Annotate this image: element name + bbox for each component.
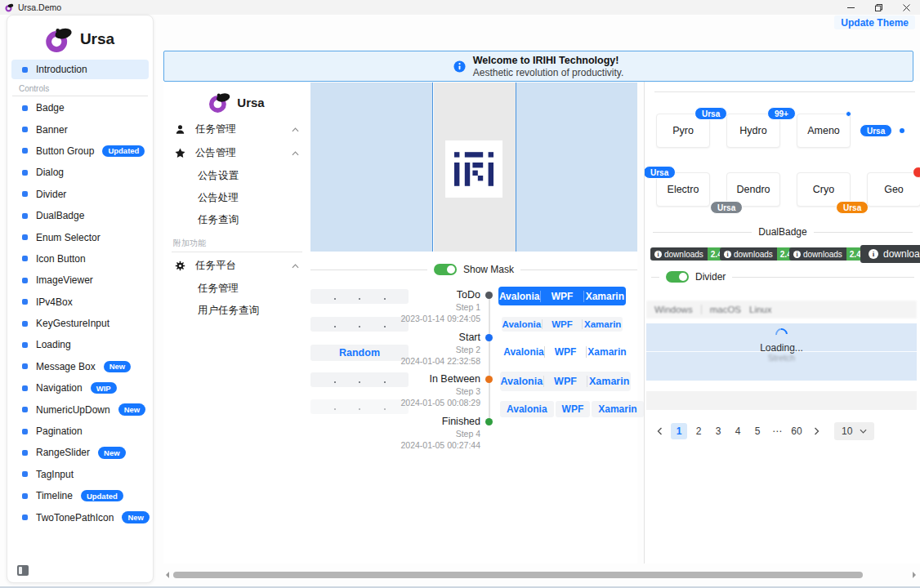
pagination-ellipsis[interactable]: ⋯ xyxy=(769,423,785,439)
close-button[interactable] xyxy=(892,0,920,15)
scrollbar-left-arrow[interactable] xyxy=(166,572,169,578)
show-mask-toggle[interactable] xyxy=(434,264,457,275)
xamarin-button[interactable]: Xamarin xyxy=(592,401,643,417)
sidebar-collapse-icon[interactable] xyxy=(17,565,29,576)
menu-group-task-management[interactable]: 任务管理 xyxy=(163,118,310,141)
pagination-prev-icon[interactable] xyxy=(651,423,668,439)
sidebar-item-enum-selector[interactable]: Enum Selector xyxy=(7,226,153,247)
dualbadge-downloads: idownloads 2.4k xyxy=(650,247,730,261)
sidebar-item-loading[interactable]: Loading xyxy=(7,334,153,355)
menu-group-task-platform[interactable]: 任务平台 xyxy=(163,254,310,278)
sidebar-item-divider[interactable]: Divider xyxy=(7,184,153,205)
pagination-page-5[interactable]: 5 xyxy=(749,423,766,439)
sidebar-item-timeline[interactable]: TimelineUpdated xyxy=(7,485,153,506)
avalonia-button[interactable]: Avalonia xyxy=(500,401,554,417)
xamarin-button[interactable]: Xamarin xyxy=(586,346,627,358)
menu-item-task-management[interactable]: 任务管理 xyxy=(163,278,310,300)
sidebar-item-icon-button[interactable]: Icon Button xyxy=(7,248,153,270)
image-viewer[interactable] xyxy=(310,82,637,252)
wpf-button[interactable]: WPF xyxy=(542,319,583,329)
sidebar-item-button-group[interactable]: Button GroupUpdated xyxy=(7,140,153,162)
wpf-button[interactable]: WPF xyxy=(543,376,587,387)
ursa-demo-window: Ursa.Demo Update Theme Ursa Introduction xyxy=(0,0,920,588)
sidebar: Ursa Introduction Controls Badge Banner … xyxy=(7,15,154,583)
new-badge: New xyxy=(122,511,150,523)
sidebar-item-keygestureinput[interactable]: KeyGestureInput xyxy=(7,313,153,334)
timeline-dot-todo xyxy=(485,292,493,299)
avalonia-button[interactable]: Avalonia xyxy=(503,346,544,358)
dualbadge-downloads-large: idownloads 2.4k xyxy=(860,245,920,263)
update-theme-button[interactable]: Update Theme xyxy=(834,16,915,29)
wpf-button[interactable]: WPF xyxy=(544,346,586,358)
viewer-mask-right xyxy=(516,82,637,252)
menu-bullet-icon xyxy=(22,213,28,219)
pagination-page-3[interactable]: 3 xyxy=(710,423,726,439)
menu-item-task-query[interactable]: 任务查询 xyxy=(163,209,310,231)
banner-subtitle: Aesthetic revolution of productivity. xyxy=(473,67,624,78)
timeline-entry-todo: ToDo Step 1 2023-01-14 09:24:05 xyxy=(310,289,480,323)
menu-item-announcement-processing[interactable]: 公告处理 xyxy=(163,187,310,209)
xamarin-button[interactable]: Xamarin xyxy=(582,319,623,329)
sidebar-logo: Ursa xyxy=(7,16,153,56)
tab-macos[interactable]: macOS xyxy=(710,305,741,314)
avalonia-button[interactable]: Avalonia xyxy=(502,319,542,329)
info-icon: i xyxy=(654,251,662,258)
sidebar-item-pagination[interactable]: Pagination xyxy=(7,421,153,442)
menu-bullet-icon xyxy=(22,299,28,305)
button-group-large: Avalonia WPF Xamarin xyxy=(500,372,631,391)
sidebar-item-twotonepathicon[interactable]: TwoTonePathIconNew xyxy=(7,506,153,528)
horizontal-scrollbar-thumb[interactable] xyxy=(173,572,863,578)
pagination-next-icon[interactable] xyxy=(808,423,824,439)
tab-windows[interactable]: Windows xyxy=(654,305,693,314)
sidebar-item-numericupdown[interactable]: NumericUpDownNew xyxy=(7,399,153,420)
menu-bullet-icon xyxy=(22,407,28,412)
sidebar-item-taginput[interactable]: TagInput xyxy=(7,464,153,485)
page-size-select[interactable]: 10 xyxy=(834,422,874,440)
menu-bullet-icon xyxy=(22,256,28,261)
pagination-page-2[interactable]: 2 xyxy=(690,423,707,439)
sidebar-item-banner[interactable]: Banner xyxy=(7,118,153,140)
right-panel: Pyro Ursa Hydro 99+ Ameno Ursa Electro U… xyxy=(644,82,920,564)
sidebar-item-navigation[interactable]: NavigationWIP xyxy=(7,377,153,399)
chevron-up-icon xyxy=(292,127,299,132)
menu-bullet-icon xyxy=(22,493,28,499)
sidebar-item-ipv4box[interactable]: IPv4Box xyxy=(7,292,153,313)
button-group-borderless: Avalonia WPF Xamarin xyxy=(503,344,627,360)
minimize-button[interactable] xyxy=(837,0,864,15)
sidebar-item-introduction[interactable]: Introduction xyxy=(11,60,149,79)
menu-bullet-icon xyxy=(22,385,28,391)
title-bar: Ursa.Demo xyxy=(0,0,920,15)
xamarin-button[interactable]: Xamarin xyxy=(587,376,631,387)
maximize-button[interactable] xyxy=(864,0,892,15)
new-badge: New xyxy=(104,361,132,372)
menu-bullet-icon xyxy=(22,148,28,154)
dualbadge-divider: DualBadge xyxy=(653,226,913,238)
sidebar-item-imageviewer[interactable]: ImageViewer xyxy=(7,270,153,291)
menu-item-announcement-settings[interactable]: 公告设置 xyxy=(163,165,310,187)
sidebar-item-message-box[interactable]: Message BoxNew xyxy=(7,356,153,377)
timeline-entry-finished: Finished Step 4 2024-01-05 00:27:44 xyxy=(310,416,480,450)
sidebar-item-dialog[interactable]: Dialog xyxy=(7,162,153,183)
pagination-page-4[interactable]: 4 xyxy=(730,423,746,439)
inner-menu-logo: Ursa xyxy=(163,82,310,118)
pagination-page-60[interactable]: 60 xyxy=(788,423,805,439)
wpf-button[interactable]: WPF xyxy=(556,401,591,417)
menu-item-user-task-query[interactable]: 用户任务查询 xyxy=(163,300,310,322)
avalonia-button[interactable]: Avalonia xyxy=(498,291,540,302)
sidebar-item-badge[interactable]: Badge xyxy=(7,97,153,118)
sidebar-list: Badge Banner Button GroupUpdated Dialog … xyxy=(7,97,153,528)
sidebar-item-dualbadge[interactable]: DualBadge xyxy=(7,205,153,226)
wpf-button[interactable]: WPF xyxy=(540,291,583,302)
divider-toggle[interactable] xyxy=(666,271,689,283)
avalonia-button[interactable]: Avalonia xyxy=(500,376,543,387)
tab-linux[interactable]: Linux xyxy=(749,305,772,314)
inner-menu-logo-text: Ursa xyxy=(237,96,264,109)
divider-demo-label: Divider xyxy=(695,271,726,283)
menu-group-announcement-management[interactable]: 公告管理 xyxy=(163,141,310,165)
sidebar-item-rangeslider[interactable]: RangeSliderNew xyxy=(7,442,153,463)
xamarin-button[interactable]: Xamarin xyxy=(583,291,626,302)
menu-section-extra-features: 附加功能 xyxy=(173,238,302,249)
scrollbar-right-arrow[interactable] xyxy=(913,572,916,578)
pagination-page-1[interactable]: 1 xyxy=(671,423,687,439)
updated-badge: Updated xyxy=(102,145,145,157)
